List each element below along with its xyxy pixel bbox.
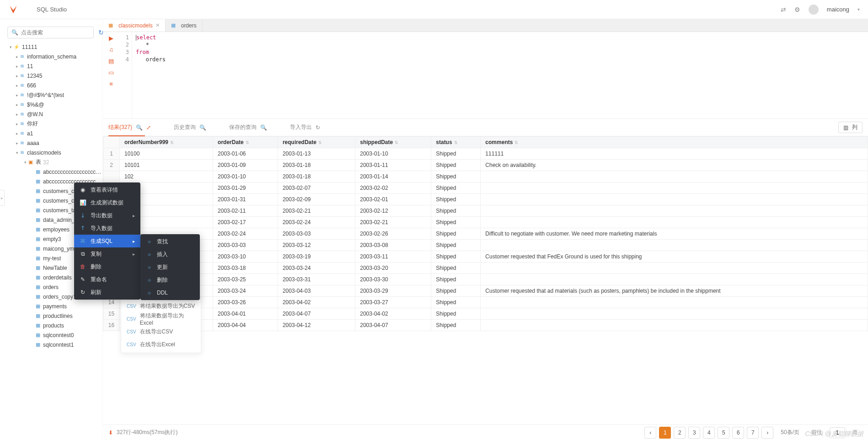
- page-button[interactable]: 4: [703, 427, 715, 439]
- tree-db[interactable]: ▸≋$%&@: [0, 100, 102, 109]
- cell[interactable]: 2003-02-21: [355, 217, 431, 228]
- tree-db[interactable]: ▸≋aaaa: [0, 138, 102, 148]
- cell[interactable]: 2003-02-24: [213, 228, 278, 240]
- cell[interactable]: 2003-04-02: [278, 297, 355, 308]
- ctx-item[interactable]: ⤓ 导出数据 ▸: [74, 209, 140, 222]
- tree-db[interactable]: ▸≋666: [0, 80, 102, 90]
- cell[interactable]: Shipped: [431, 194, 481, 205]
- table-row[interactable]: 152003-04-012003-04-072003-04-02Shipped: [103, 308, 868, 320]
- refresh-icon[interactable]: ↻: [316, 124, 320, 131]
- cell[interactable]: 2003-01-14: [355, 171, 431, 182]
- cell[interactable]: [481, 182, 868, 194]
- search-input[interactable]: [21, 29, 90, 36]
- tree-table[interactable]: ▦sqlconntest0: [0, 330, 102, 340]
- cell[interactable]: [481, 320, 868, 331]
- cell[interactable]: Shipped: [431, 263, 481, 274]
- cell[interactable]: 10101: [120, 160, 213, 171]
- tree-db[interactable]: ▸≋@W.N: [0, 109, 102, 119]
- cell[interactable]: 2003-03-29: [355, 285, 431, 297]
- ctx-item[interactable]: ⧉ 复制 ▸: [74, 247, 140, 260]
- cell[interactable]: Shipped: [431, 160, 481, 171]
- list-icon[interactable]: ≡: [109, 80, 113, 87]
- tree-db-active[interactable]: ▾≋classicmodels: [0, 148, 102, 157]
- ctx-item[interactable]: 🗑 删除: [74, 260, 140, 273]
- table-row[interactable]: 1032003-01-292003-02-072003-02-02Shipped: [103, 182, 868, 194]
- cell[interactable]: 2003-03-11: [355, 251, 431, 263]
- table-row[interactable]: 2101012003-01-092003-01-182003-01-11Ship…: [103, 160, 868, 171]
- cell[interactable]: 2003-01-29: [213, 182, 278, 194]
- cell[interactable]: 2003-01-10: [355, 148, 431, 160]
- search-icon[interactable]: 🔍: [199, 124, 206, 131]
- cell[interactable]: [481, 217, 868, 228]
- sort-icon[interactable]: ⇅: [318, 140, 322, 145]
- chevron-down-icon[interactable]: ▾: [857, 7, 860, 12]
- cell[interactable]: Shipped: [431, 240, 481, 251]
- cell[interactable]: 2003-03-24: [278, 263, 355, 274]
- sort-icon[interactable]: ⇅: [395, 140, 398, 145]
- table-row[interactable]: 2003-03-102003-03-192003-03-11ShippedCus…: [103, 251, 868, 263]
- search-input-wrap[interactable]: 🔍: [7, 27, 94, 38]
- page-button[interactable]: 2: [674, 427, 686, 439]
- table-row[interactable]: 2003-03-252003-03-312003-03-30Shipped: [103, 274, 868, 285]
- sort-icon[interactable]: ⇅: [514, 140, 518, 145]
- tab-history[interactable]: 历史查询 🔍: [174, 123, 206, 131]
- cell[interactable]: 2003-02-26: [355, 228, 431, 240]
- cell[interactable]: Customer requested that ad materials (su…: [481, 285, 868, 297]
- cell[interactable]: Shipped: [431, 217, 481, 228]
- edge-expand-tab[interactable]: ▸: [0, 190, 5, 206]
- jump-input[interactable]: [830, 427, 845, 438]
- cell[interactable]: Check on availability.: [481, 160, 868, 171]
- page-button[interactable]: 3: [688, 427, 700, 439]
- settings-icon[interactable]: ⚙: [794, 6, 800, 13]
- export-item[interactable]: CSV 将结果数据导出为Excel: [121, 312, 201, 325]
- cell[interactable]: 2003-01-06: [213, 148, 278, 160]
- col-header[interactable]: status⇅: [431, 137, 481, 148]
- ctx-item[interactable]: ⌘ 生成SQL ▸: [74, 235, 140, 247]
- cell[interactable]: [481, 274, 868, 285]
- export-item[interactable]: CSV 在线导出CSV: [121, 325, 201, 338]
- cell[interactable]: 2003-03-19: [278, 251, 355, 263]
- cell[interactable]: 2003-02-01: [355, 194, 431, 205]
- cell[interactable]: Shipped: [431, 205, 481, 217]
- page-button[interactable]: 7: [747, 427, 759, 439]
- cell[interactable]: 2003-02-24: [278, 217, 355, 228]
- run-icon[interactable]: ▶: [109, 35, 113, 42]
- sort-icon[interactable]: ⇅: [170, 140, 174, 145]
- cell[interactable]: Shipped: [431, 274, 481, 285]
- table-row[interactable]: 1062003-02-172003-02-242003-02-21Shipped: [103, 217, 868, 228]
- save-icon[interactable]: ▭: [108, 69, 114, 76]
- ctx-item[interactable]: 📊 生成测试数据: [74, 196, 140, 209]
- table-row[interactable]: 1022003-01-102003-01-182003-01-14Shipped: [103, 171, 868, 182]
- tree-db[interactable]: ▸≋!@#$%^&*(test: [0, 90, 102, 100]
- avatar[interactable]: [809, 5, 819, 15]
- page-button[interactable]: 6: [732, 427, 744, 439]
- cell[interactable]: 2003-03-26: [213, 297, 278, 308]
- table-row[interactable]: 1042003-01-312003-02-092003-02-01Shipped: [103, 194, 868, 205]
- search-icon[interactable]: 🔍: [136, 124, 143, 131]
- cell[interactable]: Shipped: [431, 297, 481, 308]
- cell[interactable]: Shipped: [431, 228, 481, 240]
- cell[interactable]: [481, 240, 868, 251]
- cell[interactable]: 2003-01-13: [278, 148, 355, 160]
- editor-tab[interactable]: ▦ classicmodels ✕: [103, 19, 166, 32]
- cell[interactable]: Shipped: [431, 171, 481, 182]
- cell[interactable]: 2003-04-01: [213, 308, 278, 320]
- cell[interactable]: 2003-02-09: [278, 194, 355, 205]
- page-button[interactable]: 1: [659, 427, 671, 439]
- table-row[interactable]: 1052003-02-112003-02-212003-02-12Shipped: [103, 205, 868, 217]
- ctx-sub-item[interactable]: ⟐ 查找: [140, 235, 200, 248]
- cell[interactable]: Shipped: [431, 285, 481, 297]
- cell[interactable]: 2003-03-30: [355, 274, 431, 285]
- cell[interactable]: 2003-03-31: [278, 274, 355, 285]
- cell[interactable]: 2003-03-12: [278, 240, 355, 251]
- pager-prev[interactable]: ‹: [644, 427, 656, 439]
- sort-icon[interactable]: ⇅: [246, 140, 249, 145]
- cell[interactable]: Shipped: [431, 148, 481, 160]
- page-button[interactable]: 5: [718, 427, 729, 439]
- sort-icon[interactable]: ⇅: [454, 140, 458, 145]
- cell[interactable]: 2003-04-04: [213, 320, 278, 331]
- page-size[interactable]: 50条/页: [781, 429, 799, 436]
- cell[interactable]: [481, 205, 868, 217]
- cell[interactable]: 102: [120, 171, 213, 182]
- cell[interactable]: [481, 297, 868, 308]
